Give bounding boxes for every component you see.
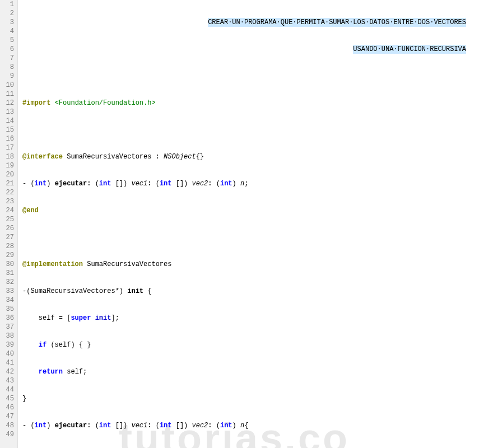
import-directive: #import	[22, 99, 50, 107]
line-number: 23	[3, 197, 14, 206]
line-number: 5	[3, 36, 14, 45]
line-number: 16	[3, 134, 14, 143]
line-number: 14	[3, 116, 14, 125]
line-number: 44	[3, 385, 14, 394]
line-number: 22	[3, 188, 14, 197]
line-number: 15	[3, 125, 14, 134]
line-number: 13	[3, 108, 14, 116]
line-number: 4	[3, 27, 14, 36]
line-number: 27	[3, 233, 14, 242]
line-number: 26	[3, 224, 14, 233]
line-number: 24	[3, 206, 14, 215]
watermark: tutorias.co	[119, 433, 350, 442]
line-number: 7	[3, 54, 14, 63]
line-number: 33	[3, 287, 14, 296]
line-number: 36	[3, 314, 14, 323]
line-number: 3	[3, 18, 14, 27]
line-number: 11	[3, 90, 14, 99]
line-number: 17	[3, 143, 14, 152]
line-number: 8	[3, 63, 14, 72]
code-area[interactable]: CREAR·UN·PROGRAMA·QUE·PERMITA·SUMAR·LOS·…	[18, 0, 493, 448]
line-number: 32	[3, 278, 14, 287]
line-number: 31	[3, 269, 14, 278]
line-number: 29	[3, 251, 14, 260]
selected-text-line1[interactable]: CREAR·UN·PROGRAMA·QUE·PERMITA·SUMAR·LOS·…	[208, 18, 466, 27]
line-number: 28	[3, 242, 14, 251]
line-number: 30	[3, 260, 14, 269]
line-number: 12	[3, 99, 14, 108]
line-number: 49	[3, 430, 14, 439]
line-number: 9	[3, 72, 14, 81]
line-number-gutter: 1234567891011121314151617181920212223242…	[0, 0, 18, 448]
selected-text-line2[interactable]: USANDO·UNA·FUNCION·RECURSIVA	[353, 45, 466, 54]
line-number: 39	[3, 340, 14, 349]
line-number: 18	[3, 152, 14, 161]
line-number: 38	[3, 332, 14, 340]
line-number: 37	[3, 323, 14, 332]
line-number: 40	[3, 349, 14, 358]
line-number: 35	[3, 305, 14, 314]
line-number: 10	[3, 81, 14, 90]
line-number: 20	[3, 170, 14, 179]
line-number: 46	[3, 403, 14, 412]
line-number: 48	[3, 421, 14, 430]
line-number: 47	[3, 412, 14, 421]
code-editor: 1234567891011121314151617181920212223242…	[0, 0, 493, 448]
line-number: 41	[3, 358, 14, 367]
line-number: 45	[3, 394, 14, 403]
line-number: 25	[3, 215, 14, 224]
line-number: 19	[3, 161, 14, 170]
line-number: 1	[3, 0, 14, 9]
line-number: 43	[3, 376, 14, 385]
line-number: 21	[3, 179, 14, 188]
line-number: 2	[3, 9, 14, 18]
line-number: 42	[3, 367, 14, 376]
import-path: <Foundation/Foundation.h>	[55, 99, 156, 107]
line-number: 6	[3, 45, 14, 54]
line-number: 34	[3, 296, 14, 305]
